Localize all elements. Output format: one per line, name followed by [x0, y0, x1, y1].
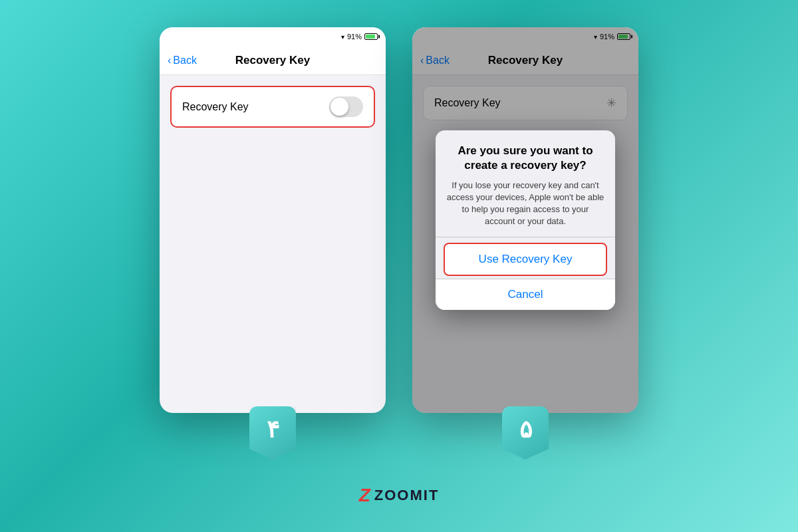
phone-screen-2: ▾ 91% ‹ Back Recovery Key Recovery Key ✳: [412, 27, 638, 413]
back-label-1: Back: [173, 55, 197, 66]
step-badge-2: ۵: [502, 406, 549, 460]
cancel-button[interactable]: Cancel: [436, 279, 615, 310]
back-button-1[interactable]: ‹ Back: [168, 55, 197, 66]
nav-title-1: Recovery Key: [235, 54, 310, 67]
dialog-content: Are you sure you want to create a recove…: [436, 130, 615, 237]
chevron-left-icon-1: ‹: [168, 55, 171, 66]
recovery-key-row-1[interactable]: Recovery Key: [170, 86, 375, 128]
brand-logo: Z ZOOMIT: [359, 486, 440, 505]
nav-bar-1: ‹ Back Recovery Key: [160, 46, 386, 75]
brand-name: ZOOMIT: [374, 487, 440, 504]
phone-screen-1: ▾ 91% ‹ Back Recovery Key Recovery Key: [160, 27, 386, 413]
dialog-actions: Use Recovery Key Cancel: [436, 237, 615, 310]
dialog-box: Are you sure you want to create a recove…: [436, 130, 615, 311]
toggle-knob-1: [331, 98, 348, 116]
wifi-icon-1: ▾: [341, 33, 344, 41]
dialog-title: Are you sure you want to create a recove…: [446, 144, 604, 173]
phone-wrapper-1: ▾ 91% ‹ Back Recovery Key Recovery Key: [160, 27, 386, 460]
step-badge-1: ۴: [249, 406, 296, 460]
step-number-2: ۵: [519, 416, 532, 444]
recovery-key-label-1: Recovery Key: [182, 101, 249, 113]
battery-fill-1: [366, 35, 375, 39]
step-number-1: ۴: [267, 416, 279, 444]
screens-container: ▾ 91% ‹ Back Recovery Key Recovery Key: [160, 27, 638, 460]
use-recovery-key-button[interactable]: Use Recovery Key: [444, 243, 607, 276]
phone-wrapper-2: ▾ 91% ‹ Back Recovery Key Recovery Key ✳: [412, 27, 638, 460]
battery-percent-1: 91%: [347, 33, 362, 41]
recovery-key-toggle-1[interactable]: [329, 96, 363, 117]
battery-icon-1: [364, 33, 378, 40]
dialog-message: If you lose your recovery key and can't …: [446, 180, 604, 228]
status-bar-1: ▾ 91%: [160, 27, 386, 46]
screen-content-1: Recovery Key: [160, 75, 386, 413]
dialog-overlay: Are you sure you want to create a recove…: [412, 27, 638, 413]
brand-footer: Z ZOOMIT: [359, 486, 440, 505]
brand-z-icon: Z: [359, 486, 370, 505]
